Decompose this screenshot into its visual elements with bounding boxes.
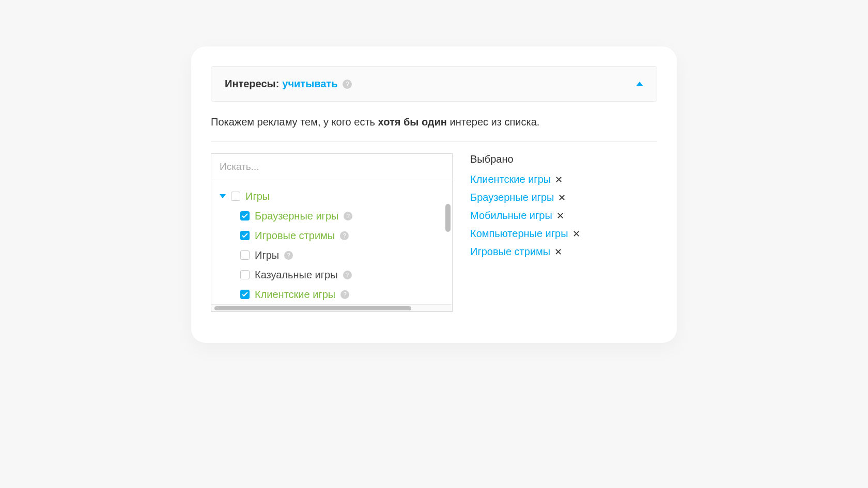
horizontal-scrollbar-track[interactable]: [211, 304, 452, 311]
selected-column: Выбрано Клиентские игры ✕ Браузерные игр…: [470, 153, 657, 312]
selected-chip-label[interactable]: Мобильные игры: [470, 210, 552, 222]
tree-list: Игры Браузерные игры ? Игровые стримы ?: [211, 180, 452, 304]
tree-child-label: Клиентские игры: [255, 289, 335, 301]
checkbox[interactable]: [240, 250, 250, 260]
help-icon[interactable]: ?: [340, 290, 349, 299]
tree-parent-row[interactable]: Игры: [220, 186, 447, 206]
expand-caret-icon[interactable]: [220, 194, 226, 198]
checkbox[interactable]: [240, 211, 250, 221]
remove-chip-icon[interactable]: ✕: [555, 175, 563, 184]
vertical-scrollbar-thumb[interactable]: [445, 204, 451, 232]
checkbox[interactable]: [240, 231, 250, 240]
help-icon[interactable]: ?: [340, 231, 349, 240]
help-icon[interactable]: ?: [343, 80, 352, 89]
selected-title: Выбрано: [470, 153, 657, 165]
remove-chip-icon[interactable]: ✕: [556, 211, 564, 221]
selected-chip-label[interactable]: Клиентские игры: [470, 174, 551, 185]
panel-body: Игры Браузерные игры ? Игровые стримы ?: [211, 153, 657, 312]
panel-title-mode-link[interactable]: учитывать: [282, 78, 337, 90]
tree-scroll-area[interactable]: Игры Браузерные игры ? Игровые стримы ?: [211, 180, 452, 304]
help-icon[interactable]: ?: [284, 251, 293, 260]
selected-chip: Клиентские игры ✕: [470, 174, 657, 185]
tree-column: Игры Браузерные игры ? Игровые стримы ?: [211, 153, 453, 312]
tree-child-label: Браузерные игры: [255, 210, 338, 222]
remove-chip-icon[interactable]: ✕: [572, 229, 580, 239]
tree-parent-label: Игры: [245, 191, 270, 202]
search-input[interactable]: [211, 154, 452, 180]
checkbox[interactable]: [231, 192, 240, 201]
selected-chip-label[interactable]: Браузерные игры: [470, 192, 554, 203]
selected-chip: Компьютерные игры ✕: [470, 228, 657, 240]
tree-child-row[interactable]: Игровые стримы ?: [220, 226, 447, 245]
description-text: Покажем рекламу тем, у кого есть хотя бы…: [211, 116, 657, 128]
description-prefix: Покажем рекламу тем, у кого есть: [211, 116, 378, 128]
help-icon[interactable]: ?: [343, 271, 352, 279]
panel-header[interactable]: Интересы: учитывать ?: [211, 66, 657, 102]
panel-title-static: Интересы:: [225, 78, 279, 90]
selected-chip: Браузерные игры ✕: [470, 192, 657, 203]
interests-card: Интересы: учитывать ? Покажем рекламу те…: [191, 46, 677, 343]
divider: [211, 141, 657, 142]
tree-child-row[interactable]: Игры ?: [220, 245, 447, 265]
tree-child-row[interactable]: Браузерные игры ?: [220, 206, 447, 226]
tree-child-label: Игры: [255, 249, 279, 261]
help-icon[interactable]: ?: [344, 212, 352, 221]
remove-chip-icon[interactable]: ✕: [554, 247, 562, 257]
tree-child-label: Казуальные игры: [255, 269, 338, 281]
selected-chip-label[interactable]: Игровые стримы: [470, 246, 550, 258]
description-bold: хотя бы один: [378, 116, 447, 128]
collapse-caret-icon[interactable]: [636, 82, 643, 86]
selected-chip: Мобильные игры ✕: [470, 210, 657, 222]
tree-child-row[interactable]: Клиентские игры ?: [220, 285, 447, 304]
tree-child-label: Игровые стримы: [255, 230, 335, 242]
remove-chip-icon[interactable]: ✕: [558, 193, 566, 202]
selected-chip-label[interactable]: Компьютерные игры: [470, 228, 568, 240]
description-suffix: интерес из списка.: [447, 116, 539, 128]
checkbox[interactable]: [240, 290, 250, 299]
panel-header-title-group: Интересы: учитывать ?: [225, 78, 352, 90]
selected-chip: Игровые стримы ✕: [470, 246, 657, 258]
horizontal-scrollbar-thumb[interactable]: [214, 306, 411, 310]
tree-container: Игры Браузерные игры ? Игровые стримы ?: [211, 153, 453, 312]
tree-child-row[interactable]: Казуальные игры ?: [220, 265, 447, 285]
checkbox[interactable]: [240, 270, 250, 279]
